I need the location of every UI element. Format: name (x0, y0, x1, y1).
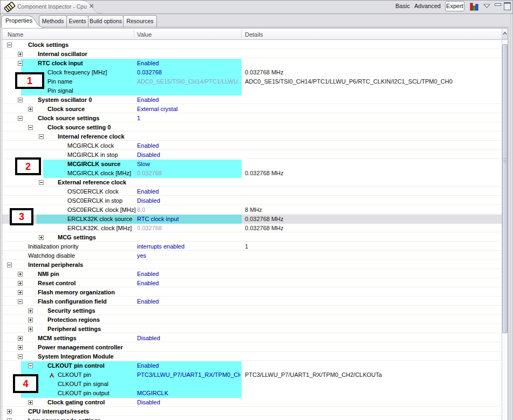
row-value[interactable]: Enabled (137, 59, 159, 68)
row-value[interactable]: Disabled (137, 196, 160, 205)
expand-toggle-icon[interactable] (28, 327, 33, 332)
row-external-reference-clock[interactable]: External reference clock (2, 178, 502, 187)
row-value[interactable]: Enabled (137, 187, 159, 196)
row-value[interactable]: PTC3/LLWU_P7/UART1_RX/TPM0_CH... (137, 370, 241, 380)
vertical-scrollbar[interactable] (502, 29, 508, 420)
row-protection-regions[interactable]: Protection regions (2, 315, 502, 325)
row-peripheral-settings[interactable]: Peripheral settings (2, 325, 502, 334)
column-name[interactable]: Name (8, 31, 23, 38)
row-value[interactable]: Enabled (137, 95, 159, 105)
expand-toggle-icon[interactable] (18, 52, 23, 57)
row-mcgirclk-clock[interactable]: MCGIRCLK clockEnabled (2, 141, 502, 150)
row-reset-control[interactable]: Reset controlEnabled (2, 279, 502, 288)
row-value[interactable]: Disabled (137, 334, 160, 343)
row-osc0erclk-clock[interactable]: OSC0ERCLK clockEnabled (2, 187, 502, 196)
row-value[interactable]: Enabled (137, 361, 159, 370)
expand-toggle-icon[interactable] (28, 400, 33, 405)
row-power-management-controller[interactable]: Power management controller (2, 343, 502, 352)
maximize-icon[interactable] (504, 2, 511, 10)
row-flash-configuration-field[interactable]: Flash configuration fieldEnabled (2, 297, 502, 306)
row-value[interactable]: MCGIRCLK (137, 389, 168, 398)
expand-toggle-icon[interactable] (18, 272, 23, 277)
row-internal-reference-clock[interactable]: Internal reference clock (2, 132, 502, 141)
tab-events[interactable]: Events (66, 15, 88, 27)
expand-toggle-icon[interactable] (7, 409, 12, 414)
expand-toggle-icon[interactable] (28, 107, 33, 112)
row-mcgirclk-source[interactable]: MCGIRCLK sourceSlow (2, 160, 502, 169)
row-value[interactable]: Slow (137, 160, 150, 169)
collapse-toggle-icon[interactable] (18, 98, 23, 102)
column-details[interactable]: Details (245, 31, 263, 38)
tab-properties-label[interactable]: Properties (5, 17, 32, 24)
column-value[interactable]: Value (137, 31, 152, 38)
row-internal-peripherals[interactable]: Internal peripherals (2, 260, 502, 270)
view-menu-arrow-icon[interactable] (483, 4, 491, 9)
row-value[interactable]: 0.032768 (137, 224, 162, 233)
row-pin-signal[interactable]: Pin signal (2, 86, 502, 95)
row-value[interactable]: RTC clock input (137, 215, 179, 224)
scroll-thumb[interactable] (502, 44, 508, 333)
row-value[interactable]: ADC0_SE15/TSI0_CH14/PTC1/LLWU... (137, 77, 241, 86)
row-clock-source[interactable]: Clock sourceExternal crystal (2, 105, 502, 114)
expand-toggle-icon[interactable] (18, 281, 23, 286)
row-cpu-interrupts-resets[interactable]: CPU interrupts/resets (2, 407, 502, 416)
row-clkout-pin-output[interactable]: CLKOUT pin outputMCGIRCLK (2, 389, 502, 398)
row-mcgirclk-in-stop[interactable]: MCGIRCLK in stopDisabled (2, 150, 502, 160)
row-clock-source-setting-0[interactable]: Clock source setting 0 (2, 123, 502, 132)
row-value[interactable]: Enabled (137, 297, 159, 306)
collapse-toggle-icon[interactable] (28, 363, 33, 368)
row-pin-name[interactable]: Pin nameADC0_SE15/TSI0_CH14/PTC1/LLWU...… (2, 77, 502, 86)
row-value[interactable]: External crystal (137, 105, 177, 114)
row-osc0erclk-in-stop[interactable]: OSC0ERCLK in stopDisabled (2, 196, 502, 205)
row-clock-source-settings[interactable]: Clock source settings1 (2, 114, 502, 123)
row-erclk32k-clock-source[interactable]: ERCLK32K clock sourceRTC clock input0.03… (2, 215, 502, 224)
row-value[interactable]: 0.032768 (137, 68, 162, 77)
row-nmi-pin[interactable]: NMI pinEnabled (2, 270, 502, 279)
row-value[interactable]: 0.032768 (137, 169, 162, 178)
tab-build-options[interactable]: Build options (88, 15, 124, 27)
tab-resources[interactable]: Resources (123, 15, 157, 27)
expand-toggle-icon[interactable] (28, 308, 33, 313)
row-value[interactable]: interrupts enabled (137, 242, 184, 251)
close-icon[interactable]: ✕ (89, 3, 94, 10)
scroll-up-button[interactable] (502, 29, 508, 40)
expand-toggle-icon[interactable] (18, 290, 23, 295)
row-value[interactable]: Disabled (137, 150, 160, 160)
collapse-toggle-icon[interactable] (39, 180, 44, 185)
row-flash-memory-organization[interactable]: Flash memory organization (2, 288, 502, 297)
row-clkout-pin-signal[interactable]: CLKOUT pin signal (2, 380, 502, 389)
collapse-toggle-icon[interactable] (39, 134, 44, 139)
row-rtc-clock-input[interactable]: RTC clock inputEnabled (2, 59, 502, 68)
mode-expert-button[interactable]: Expert (445, 1, 464, 11)
expand-toggle-icon[interactable] (18, 336, 23, 341)
collapse-toggle-icon[interactable] (18, 354, 23, 359)
collapse-toggle-icon[interactable] (18, 299, 23, 304)
expand-toggle-icon[interactable] (18, 345, 23, 350)
row-value[interactable]: 8.0 (137, 205, 145, 215)
row-internal-oscillator[interactable]: Internal oscillator (2, 50, 502, 59)
row-value[interactable]: Enabled (137, 279, 159, 288)
expand-toggle-icon[interactable] (28, 318, 33, 322)
row-mcg-settings[interactable]: MCG settings (2, 233, 502, 242)
minimize-icon[interactable] (495, 3, 501, 6)
row-watchdog-disable[interactable]: Watchdog disableyes (2, 251, 502, 260)
row-erclk32k-clock-mhz-[interactable]: ERCLK32K. clock [MHz]0.0327680.032768 MH… (2, 224, 502, 233)
collapse-toggle-icon[interactable] (18, 61, 23, 66)
row-system-oscillator-0[interactable]: System oscillator 0Enabled (2, 95, 502, 105)
collapse-toggle-icon[interactable] (18, 116, 23, 121)
row-value[interactable]: Disabled (137, 398, 160, 407)
row-osc0erclk-clock-mhz-[interactable]: OSC0ERCLK clock [MHz]8.08 MHz (2, 205, 502, 215)
row-clock-frequency-mhz-[interactable]: Clock frequency [MHz]0.0327680.032768 MH… (2, 68, 502, 77)
row-value[interactable]: Enabled (137, 270, 159, 279)
chart-icon[interactable] (470, 2, 480, 11)
row-low-power-mode-settings[interactable]: Low power mode settings (2, 416, 502, 420)
expand-toggle-icon[interactable] (39, 235, 44, 240)
row-value[interactable]: Enabled (137, 141, 159, 150)
row-system-integration-module[interactable]: System Integration Module (2, 352, 502, 361)
mode-basic-link[interactable]: Basic (395, 3, 410, 9)
row-clock-gating-control[interactable]: Clock gating controlDisabled (2, 398, 502, 407)
row-clkout-pin[interactable]: CLKOUT pinPTC3/LLWU_P7/UART1_RX/TPM0_CH.… (2, 370, 502, 380)
collapse-toggle-icon[interactable] (28, 125, 33, 130)
row-security-settings[interactable]: Security settings (2, 306, 502, 315)
row-value[interactable]: yes (137, 251, 146, 260)
